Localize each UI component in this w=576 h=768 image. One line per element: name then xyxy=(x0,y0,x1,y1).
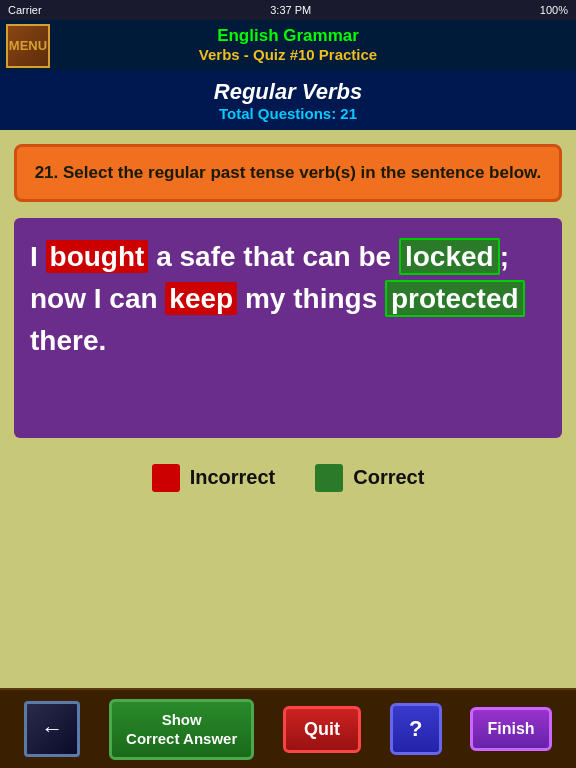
back-icon: ← xyxy=(41,716,63,742)
question-box: 21. Select the regular past tense verb(s… xyxy=(14,144,562,202)
menu-button[interactable]: MENU xyxy=(6,24,50,68)
sentence-box: I bought a safe that can be locked; now … xyxy=(14,218,562,438)
quit-button[interactable]: Quit xyxy=(283,706,361,753)
sub-header: Regular Verbs Total Questions: 21 xyxy=(0,71,576,130)
correct-swatch xyxy=(315,464,343,492)
legend: Incorrect Correct xyxy=(14,454,562,502)
header: MENU English Grammar Verbs - Quiz #10 Pr… xyxy=(0,20,576,71)
quiz-title: Verbs - Quiz #10 Practice xyxy=(50,46,526,63)
word-locked[interactable]: locked xyxy=(399,238,500,275)
word-my-things: my things xyxy=(237,283,385,314)
incorrect-swatch xyxy=(152,464,180,492)
help-icon: ? xyxy=(409,716,422,742)
word-there: there. xyxy=(30,325,106,356)
word-a-safe: a safe that can be xyxy=(148,241,399,272)
time-label: 3:37 PM xyxy=(270,4,311,16)
show-answer-label: ShowCorrect Answer xyxy=(126,711,237,748)
app-title: English Grammar xyxy=(50,26,526,46)
show-answer-button[interactable]: ShowCorrect Answer xyxy=(109,699,254,760)
word-keep[interactable]: keep xyxy=(165,282,237,315)
question-text: 21. Select the regular past tense verb(s… xyxy=(33,161,543,185)
status-bar: Carrier 3:37 PM 100% xyxy=(0,0,576,20)
carrier-label: Carrier xyxy=(8,4,42,16)
legend-incorrect: Incorrect xyxy=(152,464,276,492)
total-questions: Total Questions: 21 xyxy=(0,105,576,122)
word-bought[interactable]: bought xyxy=(46,240,149,273)
finish-button[interactable]: Finish xyxy=(470,707,551,751)
incorrect-label: Incorrect xyxy=(190,466,276,489)
main-content: 21. Select the regular past tense verb(s… xyxy=(0,130,576,516)
correct-label: Correct xyxy=(353,466,424,489)
help-button[interactable]: ? xyxy=(390,703,442,755)
word-protected[interactable]: protected xyxy=(385,280,525,317)
legend-correct: Correct xyxy=(315,464,424,492)
topic-title: Regular Verbs xyxy=(0,79,576,105)
back-button[interactable]: ← xyxy=(24,701,80,757)
sentence-text: I bought a safe that can be locked; now … xyxy=(30,236,546,362)
word-i: I xyxy=(30,241,46,272)
toolbar: ← ShowCorrect Answer Quit ? Finish xyxy=(0,688,576,768)
battery-label: 100% xyxy=(540,4,568,16)
